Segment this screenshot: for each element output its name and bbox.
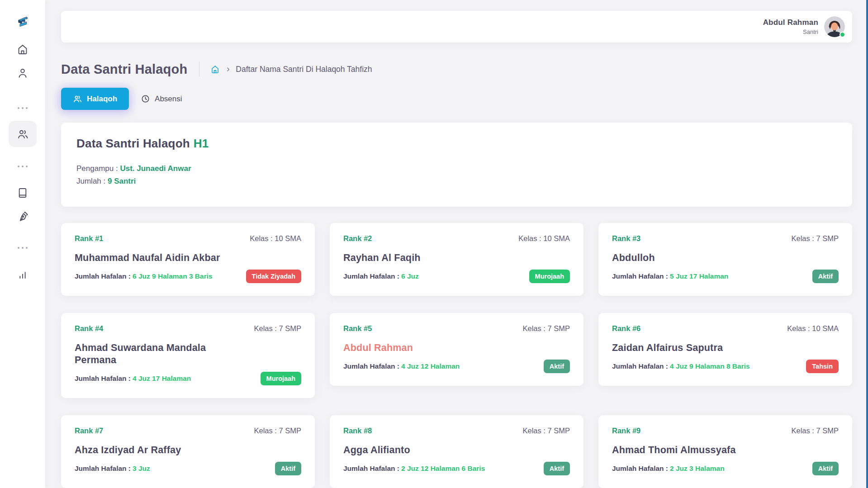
tab-bar: Halaqoh Absensi (61, 88, 852, 110)
student-hafalan-value: 2 Juz 3 Halaman (670, 464, 725, 472)
student-cards-grid: Rank #1 Kelas : 10 SMA Muhammad Naufal A… (61, 223, 852, 488)
student-card-top: Rank #3 Kelas : 7 SMP (612, 234, 839, 243)
student-card-bottom: Jumlah Hafalan :4 Juz 17 Halaman Murojaa… (75, 372, 301, 385)
logo-icon (17, 15, 29, 28)
student-rank: Rank #2 (343, 234, 372, 243)
jumlah-label: Jumlah : (76, 177, 108, 185)
student-status-badge: Aktif (275, 462, 301, 475)
student-card-bottom: Jumlah Hafalan :2 Juz 3 Halaman Aktif (612, 462, 839, 475)
student-rank: Rank #4 (75, 324, 103, 333)
student-card-bottom: Jumlah Hafalan :4 Juz 9 Halaman 8 Baris … (612, 360, 839, 373)
student-hafalan-label: Jumlah Hafalan : (343, 272, 399, 280)
main-content: Abdul Rahman Santri Data Santri Halaqoh … (45, 0, 868, 488)
student-card[interactable]: Rank #3 Kelas : 7 SMP Abdulloh Jumlah Ha… (598, 223, 852, 296)
student-class: Kelas : 7 SMP (522, 324, 570, 333)
student-hafalan-label: Jumlah Hafalan : (612, 464, 668, 472)
tab-halaqoh[interactable]: Halaqoh (61, 88, 129, 110)
student-status-badge: Murojaah (261, 372, 301, 385)
student-name: Abdulloh (612, 252, 839, 264)
student-hafalan-value: 4 Juz 17 Halaman (133, 374, 191, 382)
student-class: Kelas : 7 SMP (254, 426, 301, 435)
user-role: Santri (763, 28, 818, 35)
student-hafalan: Jumlah Hafalan :4 Juz 9 Halaman 8 Baris (612, 362, 750, 370)
topbar-user-meta: Abdul Rahman Santri (763, 18, 818, 35)
avatar[interactable] (824, 16, 845, 37)
student-rank: Rank #6 (612, 324, 640, 333)
pengampu-value: Ust. Junaedi Anwar (120, 164, 191, 173)
student-hafalan: Jumlah Hafalan :2 Juz 12 Halaman 6 Baris (343, 464, 485, 473)
student-hafalan: Jumlah Hafalan :6 Juz 9 Halaman 3 Baris (75, 272, 213, 280)
student-card-bottom: Jumlah Hafalan :4 Juz 12 Halaman Aktif (343, 360, 570, 373)
breadcrumb-home-icon[interactable] (210, 65, 220, 74)
student-card-top: Rank #4 Kelas : 7 SMP (75, 324, 301, 333)
sidebar-item-book[interactable] (17, 187, 29, 199)
student-name: Abdul Rahman (343, 342, 570, 354)
student-status-badge: Aktif (812, 462, 839, 475)
student-status-badge: Aktif (812, 270, 839, 283)
student-hafalan-label: Jumlah Hafalan : (75, 374, 131, 382)
sidebar-item-bar-chart[interactable] (17, 268, 29, 280)
student-hafalan-value: 3 Juz (133, 464, 150, 472)
student-card[interactable]: Rank #2 Kelas : 10 SMA Rayhan Al Faqih J… (330, 223, 583, 296)
student-class: Kelas : 7 SMP (791, 426, 839, 435)
student-hafalan: Jumlah Hafalan :2 Juz 3 Halaman (612, 464, 725, 473)
student-card-bottom: Jumlah Hafalan :3 Juz Aktif (75, 462, 301, 475)
halaqoh-code: H1 (194, 137, 209, 150)
student-hafalan-label: Jumlah Hafalan : (612, 272, 668, 280)
student-hafalan: Jumlah Hafalan :5 Juz 17 Halaman (612, 272, 728, 280)
student-card[interactable]: Rank #7 Kelas : 7 SMP Ahza Izdiyad Ar Ra… (61, 415, 315, 488)
topbar-user-card[interactable]: Abdul Rahman Santri (61, 11, 852, 43)
student-card-bottom: Jumlah Hafalan :6 Juz 9 Halaman 3 Baris … (75, 270, 301, 283)
student-rank: Rank #1 (75, 234, 103, 243)
online-status-dot (840, 32, 845, 38)
student-hafalan-value: 4 Juz 12 Halaman (401, 362, 460, 370)
student-card[interactable]: Rank #1 Kelas : 10 SMA Muhammad Naufal A… (61, 223, 315, 296)
tab-absensi[interactable]: Absensi (141, 94, 182, 104)
user-icon (17, 67, 29, 79)
student-card[interactable]: Rank #8 Kelas : 7 SMP Agga Alifianto Jum… (330, 415, 583, 488)
student-card-bottom: Jumlah Hafalan :6 Juz Murojaah (343, 270, 570, 283)
sidebar-item-pen[interactable] (17, 211, 29, 223)
student-rank: Rank #8 (343, 426, 372, 435)
student-class: Kelas : 10 SMA (518, 234, 570, 243)
student-card-top: Rank #7 Kelas : 7 SMP (75, 426, 301, 435)
student-card[interactable]: Rank #5 Kelas : 7 SMP Abdul Rahman Jumla… (330, 313, 583, 386)
sidebar-item-user[interactable] (17, 67, 29, 79)
pengampu-line: Pengampu : Ust. Junaedi Anwar (76, 162, 837, 175)
jumlah-line: Jumlah : 9 Santri (76, 175, 837, 188)
student-hafalan: Jumlah Hafalan :4 Juz 12 Halaman (343, 362, 460, 370)
halaqoh-info-meta: Pengampu : Ust. Junaedi Anwar Jumlah : 9… (76, 162, 837, 187)
student-card-top: Rank #6 Kelas : 10 SMA (612, 324, 839, 333)
users-icon (17, 128, 29, 140)
dots-icon (18, 247, 28, 249)
student-class: Kelas : 7 SMP (522, 426, 570, 435)
app-logo[interactable] (10, 9, 35, 33)
chevron-right-icon (220, 66, 236, 73)
halaqoh-info-title-text: Data Santri Halaqoh (76, 137, 190, 150)
jumlah-value: 9 Santri (108, 177, 136, 185)
student-name: Zaidan Alfairus Saputra (612, 342, 839, 354)
student-card[interactable]: Rank #6 Kelas : 10 SMA Zaidan Alfairus S… (598, 313, 852, 386)
sidebar-item-home[interactable] (17, 43, 29, 56)
tab-halaqoh-label: Halaqoh (87, 95, 117, 104)
student-card-top: Rank #1 Kelas : 10 SMA (75, 234, 301, 243)
student-rank: Rank #5 (343, 324, 372, 333)
student-card-bottom: Jumlah Hafalan :2 Juz 12 Halaman 6 Baris… (343, 462, 570, 475)
student-hafalan-value: 6 Juz (401, 272, 419, 280)
student-hafalan: Jumlah Hafalan :4 Juz 17 Halaman (75, 374, 191, 383)
clock-icon (141, 94, 150, 104)
pen-icon (17, 211, 29, 223)
student-class: Kelas : 10 SMA (787, 324, 839, 333)
student-card[interactable]: Rank #4 Kelas : 7 SMP Ahmad Suwardana Ma… (61, 313, 315, 398)
student-card[interactable]: Rank #9 Kelas : 7 SMP Ahmad Thomi Almuss… (598, 415, 852, 488)
student-rank: Rank #9 (612, 426, 640, 435)
student-hafalan: Jumlah Hafalan :3 Juz (75, 464, 150, 473)
student-card-top: Rank #9 Kelas : 7 SMP (612, 426, 839, 435)
student-card-top: Rank #2 Kelas : 10 SMA (343, 234, 570, 243)
home-icon (17, 43, 29, 56)
student-hafalan-value: 2 Juz 12 Halaman 6 Baris (401, 464, 485, 472)
user-name: Abdul Rahman (763, 18, 818, 27)
tab-absensi-label: Absensi (155, 95, 182, 104)
sidebar-item-users[interactable] (9, 121, 37, 147)
student-class: Kelas : 7 SMP (791, 234, 839, 243)
